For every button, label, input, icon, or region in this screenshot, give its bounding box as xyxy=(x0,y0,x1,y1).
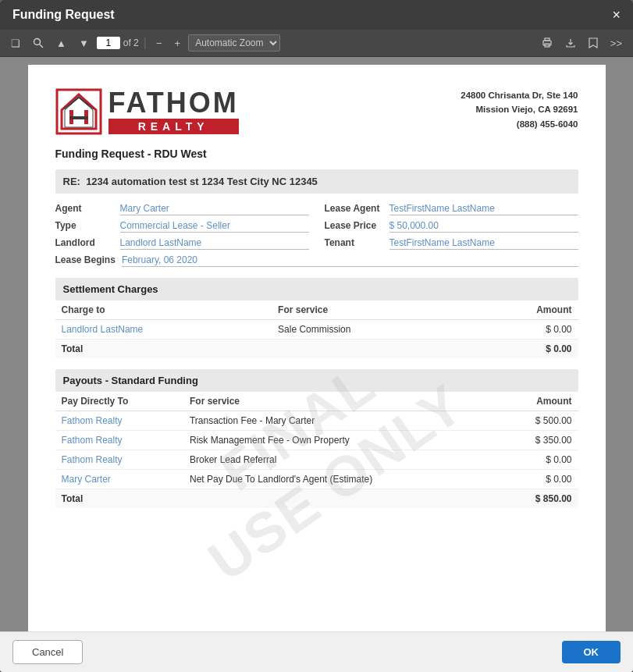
payout-service-2: Broker Lead Referral xyxy=(183,450,499,470)
document-header: FATHOM REALTY 24800 Chrisanta Dr, Ste 14… xyxy=(55,88,578,135)
lease-price-value: $ 50,000.00 xyxy=(389,220,578,233)
address-line2: Mission Viejo, CA 92691 xyxy=(461,102,578,116)
col-service-1: For service xyxy=(272,300,468,320)
lease-agent-value: TestFirstName LastName xyxy=(389,203,578,215)
svg-line-1 xyxy=(40,44,44,48)
svg-rect-11 xyxy=(69,116,88,119)
company-address: 24800 Chrisanta Dr, Ste 140 Mission Viej… xyxy=(461,88,578,131)
settlement-total-spacer xyxy=(272,340,468,359)
logo-text: FATHOM REALTY xyxy=(108,89,239,134)
settlement-total-row: Total $ 0.00 xyxy=(55,340,578,359)
payout-amount-2: $ 0.00 xyxy=(499,450,578,470)
settlement-total-amount: $ 0.00 xyxy=(468,340,578,359)
payout-row-0: Fathom Realty Transaction Fee - Mary Car… xyxy=(55,411,578,431)
payout-service-3: Net Pay Due To Landlord's Agent (Estimat… xyxy=(183,470,499,489)
dialog-title: Funding Request xyxy=(12,8,115,22)
col-amount-2: Amount xyxy=(499,392,578,411)
re-banner: RE: 1234 automation test st 1234 Test Ci… xyxy=(55,169,578,194)
dialog-header: Funding Request × xyxy=(0,0,633,30)
agent-label: Agent xyxy=(55,203,114,214)
prev-page-button[interactable]: ▲ xyxy=(52,35,71,52)
sep1: | xyxy=(144,36,147,50)
settlement-row-0: Landlord LastName Sale Commission $ 0.00 xyxy=(55,320,578,340)
landlord-value: Landlord LastName xyxy=(120,237,309,250)
payouts-header: Payouts - Standard Funding xyxy=(55,369,578,392)
payout-service-1: Risk Management Fee - Own Property xyxy=(183,431,499,450)
payouts-section: Payouts - Standard Funding Pay Directly … xyxy=(55,369,578,508)
payouts-table: Pay Directly To For service Amount Fatho… xyxy=(55,392,578,508)
search-button[interactable] xyxy=(28,35,48,51)
info-agent-row: Agent Mary Carter xyxy=(55,203,309,215)
payout-pay-to-1: Fathom Realty xyxy=(55,431,183,450)
info-lease-agent-row: Lease Agent TestFirstName LastName xyxy=(325,203,578,215)
bookmark-button[interactable] xyxy=(584,35,603,51)
tenant-label: Tenant xyxy=(325,237,383,248)
payout-amount-0: $ 500.00 xyxy=(499,411,578,431)
logo: FATHOM REALTY xyxy=(55,88,239,135)
payout-pay-to-0: Fathom Realty xyxy=(55,411,183,431)
settlement-section: Settlement Charges Charge to For service… xyxy=(55,278,578,358)
close-button[interactable]: × xyxy=(612,8,621,22)
print-button[interactable] xyxy=(537,35,557,51)
col-charge-to: Charge to xyxy=(55,300,272,320)
document-title: Funding Request - RDU West xyxy=(55,148,578,160)
zoom-in-button[interactable]: + xyxy=(170,35,186,52)
settlement-service-0: Sale Commission xyxy=(272,320,468,340)
payout-pay-to-3: Mary Carter xyxy=(55,470,183,489)
settlement-amount-0: $ 0.00 xyxy=(468,320,578,340)
info-type-row: Type Commercial Lease - Seller xyxy=(55,220,309,233)
next-page-button[interactable]: ▼ xyxy=(74,35,94,52)
address-line3: (888) 455-6040 xyxy=(461,117,578,131)
col-pay-to: Pay Directly To xyxy=(55,392,183,411)
payout-row-3: Mary Carter Net Pay Due To Landlord's Ag… xyxy=(55,470,578,489)
settlement-table: Charge to For service Amount Landlord La… xyxy=(55,300,578,358)
payout-row-2: Fathom Realty Broker Lead Referral $ 0.0… xyxy=(55,450,578,470)
landlord-label: Landlord xyxy=(55,237,114,248)
svg-rect-3 xyxy=(545,38,549,41)
payouts-total-row: Total $ 850.00 xyxy=(55,489,578,509)
agent-value: Mary Carter xyxy=(120,203,309,215)
info-lease-price-row: Lease Price $ 50,000.00 xyxy=(325,220,578,233)
logo-fathom-text: FATHOM xyxy=(108,89,239,117)
zoom-out-button[interactable]: − xyxy=(151,35,167,52)
ok-button[interactable]: OK xyxy=(562,641,621,663)
info-tenant-row: Tenant TestFirstName LastName xyxy=(325,237,578,250)
lease-begins-label: Lease Begins xyxy=(55,254,116,265)
lease-begins-value: February, 06 2020 xyxy=(122,254,578,267)
lease-agent-label: Lease Agent xyxy=(325,203,383,214)
payout-amount-3: $ 0.00 xyxy=(499,470,578,489)
more-tools-button[interactable]: >> xyxy=(606,35,627,52)
download-button[interactable] xyxy=(560,35,581,51)
logo-realty-bar: REALTY xyxy=(108,119,239,134)
tenant-value: TestFirstName LastName xyxy=(389,237,578,250)
cancel-button[interactable]: Cancel xyxy=(12,640,83,664)
type-value: Commercial Lease - Seller xyxy=(120,220,309,233)
dialog-footer: Cancel OK xyxy=(0,631,633,672)
funding-request-dialog: Funding Request × ❏ ▲ ▼ of 2 | − + Autom… xyxy=(0,0,633,672)
re-address: 1234 automation test st 1234 Test City N… xyxy=(86,176,318,187)
info-grid: Agent Mary Carter Lease Agent TestFirstN… xyxy=(55,203,578,250)
payouts-total-label: Total xyxy=(55,489,183,509)
payout-pay-to-2: Fathom Realty xyxy=(55,450,183,470)
settlement-header: Settlement Charges xyxy=(55,278,578,300)
re-label: RE: xyxy=(63,176,80,187)
col-service-2: For service xyxy=(183,392,499,411)
page-number-input[interactable] xyxy=(97,37,120,49)
pdf-page: FINALUSE ONLY xyxy=(28,65,606,631)
type-label: Type xyxy=(55,220,114,231)
payout-row-1: Fathom Realty Risk Management Fee - Own … xyxy=(55,431,578,450)
info-landlord-row: Landlord Landlord LastName xyxy=(55,237,309,250)
payout-service-0: Transaction Fee - Mary Carter xyxy=(183,411,499,431)
settlement-total-label: Total xyxy=(55,340,272,359)
svg-point-0 xyxy=(34,39,41,45)
payout-amount-1: $ 350.00 xyxy=(499,431,578,450)
zoom-select[interactable]: Automatic Zoom xyxy=(188,34,280,52)
address-line1: 24800 Chrisanta Dr, Ste 140 xyxy=(461,88,578,102)
lease-price-label: Lease Price xyxy=(325,220,383,231)
sidebar-toggle-button[interactable]: ❏ xyxy=(6,35,25,52)
col-amount-1: Amount xyxy=(468,300,578,320)
fathom-logo-icon xyxy=(55,88,102,135)
payouts-total-amount: $ 850.00 xyxy=(499,489,578,509)
pdf-content-area[interactable]: FINALUSE ONLY xyxy=(0,57,633,631)
pdf-toolbar: ❏ ▲ ▼ of 2 | − + Automatic Zoom >> xyxy=(0,30,633,57)
